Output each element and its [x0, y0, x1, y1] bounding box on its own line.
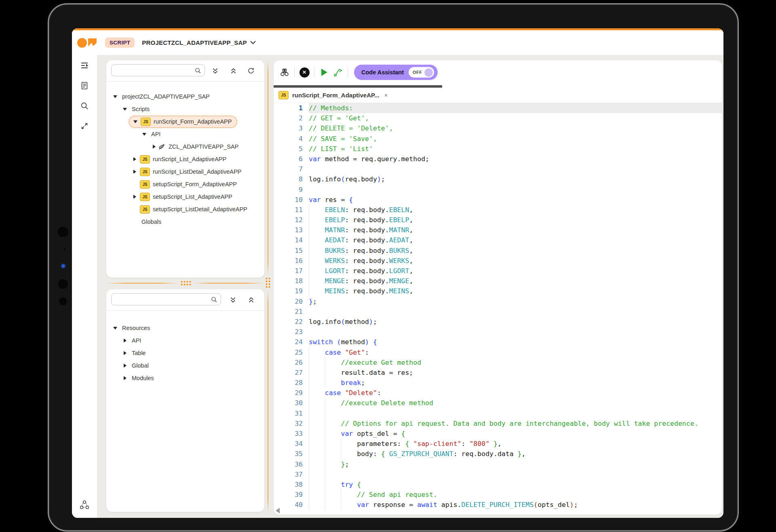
code-line[interactable]: 37	[274, 469, 722, 479]
assistant-state-toggle[interactable]: OFF	[409, 67, 434, 78]
tree-item-api[interactable]: API	[106, 335, 264, 346]
code-assistant-toggle[interactable]: Code Assistant OFF	[354, 65, 438, 80]
clear-button[interactable]: ✕	[297, 65, 311, 79]
tree-caret-icon[interactable]	[131, 170, 139, 174]
code-line-content[interactable]: LGORT: req.body.LGORT,	[309, 266, 722, 276]
tree-caret-icon[interactable]	[121, 339, 129, 343]
code-line-content[interactable]: MENGE: req.body.MENGE,	[309, 276, 722, 286]
code-line-content[interactable]	[309, 185, 722, 195]
code-line[interactable]: 11 EBELN: req.body.EBELN,	[274, 205, 722, 215]
tree-item-global[interactable]: Global	[106, 360, 264, 371]
tree-item-zcl-adaptiveapp-sap[interactable]: ZCL_ADAPTIVEAPP_SAP	[106, 141, 264, 152]
code-line[interactable]: 10var res = {	[274, 195, 722, 205]
tree-item-setupscript-listdetail-adaptiveapp[interactable]: JSsetupScript_ListDetail_AdaptiveAPP	[106, 204, 264, 215]
document-button[interactable]	[77, 78, 92, 93]
code-line-content[interactable]: AEDAT: req.body.AEDAT,	[309, 235, 722, 245]
code-line[interactable]: 8log.info(req.body);	[274, 174, 722, 184]
expand-all-button[interactable]	[228, 294, 238, 305]
tree-caret-icon[interactable]	[121, 351, 129, 355]
code-line[interactable]: 23	[274, 327, 722, 337]
tree-item-runscript-form-adaptiveapp[interactable]: JSrunScript_Form_AdaptiveAPP	[106, 116, 264, 127]
tree-item-resources[interactable]: Resources	[106, 322, 264, 334]
collapse-all-button[interactable]	[228, 65, 238, 76]
code-line-content[interactable]: // Options for api request. Data and bod…	[309, 418, 722, 429]
code-line-content[interactable]: parameters: { "sap-client": "800" },	[309, 439, 722, 449]
tree-item-runscript-list-adaptiveapp[interactable]: JSrunScript_List_AdaptiveAPP	[106, 154, 264, 165]
code-line-content[interactable]: // GET = 'Get',	[309, 113, 722, 123]
code-line[interactable]: 34 parameters: { "sap-client": "800" },	[274, 439, 722, 449]
scroll-left-arrow-icon[interactable]	[276, 508, 280, 513]
code-line-content[interactable]: MATNR: req.body.MATNR,	[309, 225, 722, 235]
code-line-content[interactable]: //execute Get method	[309, 357, 722, 368]
tree-caret-icon[interactable]	[131, 120, 139, 123]
refresh-button[interactable]	[246, 65, 256, 76]
code-line[interactable]: 14 AEDAT: req.body.AEDAT,	[274, 235, 722, 245]
code-line-content[interactable]	[309, 469, 722, 479]
collapse-all-button[interactable]	[246, 294, 256, 305]
code-line-content[interactable]: EBELN: req.body.EBELN,	[309, 205, 722, 215]
code-line[interactable]: 30 //execute Delete method	[274, 398, 722, 408]
tree-item-scripts[interactable]: Scripts	[106, 103, 264, 115]
tree-item-api[interactable]: API	[106, 128, 264, 140]
code-line-content[interactable]: result.data = res;	[309, 368, 722, 378]
tree-item-table[interactable]: Table	[106, 347, 264, 359]
tree-item-modules[interactable]: Modules	[106, 372, 264, 384]
expand-all-button[interactable]	[210, 65, 220, 76]
code-line-content[interactable]: //execute Delete method	[309, 398, 722, 408]
code-line[interactable]: 5// LIST = 'List'	[274, 144, 722, 154]
code-line[interactable]: 29 case "Delete":	[274, 388, 722, 398]
code-line[interactable]: 15 BUKRS: req.body.BUKRS,	[274, 246, 722, 256]
tree-item-setupscript-form-adaptiveapp[interactable]: JSsetupScript_Form_AdaptiveAPP	[106, 179, 264, 190]
code-line-content[interactable]: // DELETE = 'Delete',	[309, 123, 722, 133]
code-line-content[interactable]: EBELP: req.body.EBELP,	[309, 215, 722, 225]
code-line-content[interactable]	[309, 307, 722, 317]
tree-item-projectzcl-adaptiveapp-sap[interactable]: projectZCL_ADAPTIVEAPP_SAP	[106, 91, 264, 102]
code-line-content[interactable]: var response = await apis.DELETE_PURCH_I…	[309, 500, 722, 510]
code-line[interactable]: 24switch (method) {	[274, 337, 722, 347]
code-line-content[interactable]: var res = {	[309, 195, 722, 205]
debug-run-button[interactable]	[331, 65, 345, 79]
selected-tree-item[interactable]: JSrunScript_Form_AdaptiveAPP	[129, 116, 237, 128]
tree-caret-icon[interactable]	[121, 376, 129, 380]
expand-button[interactable]	[77, 119, 92, 133]
code-line[interactable]: 19 MEINS: req.body.MEINS,	[274, 286, 722, 296]
tree-caret-icon[interactable]	[111, 95, 119, 98]
code-line-content[interactable]	[309, 327, 722, 337]
code-line-content[interactable]: // LIST = 'List'	[309, 144, 722, 154]
code-line[interactable]: 7	[274, 164, 722, 174]
code-line[interactable]: 38 try {	[274, 479, 722, 490]
code-line[interactable]: 33 var opts_del = {	[274, 429, 722, 439]
tab-close-icon[interactable]: ×	[384, 92, 388, 99]
code-line[interactable]: 22log.info(method);	[274, 317, 722, 327]
tree-item-setupscript-list-adaptiveapp[interactable]: JSsetupScript_List_AdaptiveAPP	[106, 191, 264, 202]
code-line-content[interactable]: var opts_del = {	[309, 429, 722, 439]
code-line[interactable]: 3// DELETE = 'Delete',	[274, 123, 722, 133]
code-line[interactable]: 25 case "Get":	[274, 347, 722, 357]
resources-search-input[interactable]	[112, 294, 211, 305]
code-line-content[interactable]	[309, 164, 722, 174]
scripts-search-input[interactable]	[112, 65, 194, 76]
code-line[interactable]: 39 // Send api request.	[274, 490, 722, 500]
code-line[interactable]: 26 //execute Get method	[274, 357, 722, 368]
code-line-content[interactable]: };	[309, 296, 722, 307]
code-line[interactable]: 16 WERKS: req.body.WERKS,	[274, 256, 722, 266]
tree-caret-icon[interactable]	[131, 195, 139, 199]
code-line[interactable]: 31	[274, 408, 722, 418]
brand-logo-icon[interactable]	[77, 37, 98, 49]
code-line[interactable]: 1// Methods:	[274, 103, 722, 113]
code-line[interactable]: 17 LGORT: req.body.LGORT,	[274, 266, 722, 276]
code-line-content[interactable]: body: { GS_ZTPURCH_QUANT: req.body.data …	[309, 449, 722, 459]
code-line[interactable]: 21	[274, 307, 722, 317]
code-line-content[interactable]: log.info(method);	[309, 317, 722, 327]
tree-caret-icon[interactable]	[121, 364, 129, 368]
code-line-content[interactable]: try {	[309, 479, 722, 490]
code-line-content[interactable]: MEINS: req.body.MEINS,	[309, 286, 722, 296]
code-line[interactable]: 13 MATNR: req.body.MATNR,	[274, 225, 722, 235]
code-line-content[interactable]: BUKRS: req.body.BUKRS,	[309, 246, 722, 256]
editor-tab-label[interactable]: runScript_Form_AdaptiveAP...	[292, 92, 380, 99]
code-line-content[interactable]	[309, 408, 722, 418]
find-button[interactable]	[278, 65, 291, 79]
code-line[interactable]: 35 body: { GS_ZTPURCH_QUANT: req.body.da…	[274, 449, 722, 459]
tree-caret-icon[interactable]	[111, 327, 119, 330]
tree-caret-icon[interactable]	[131, 157, 139, 161]
